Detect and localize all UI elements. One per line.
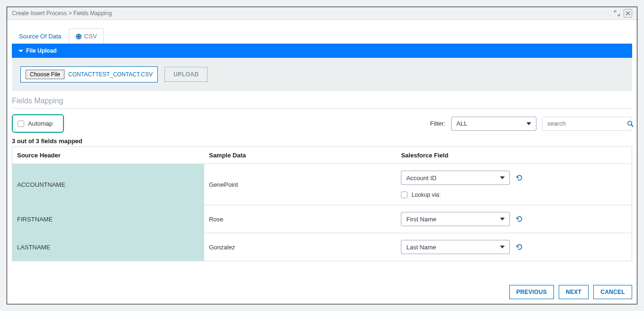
file-upload-box: Choose File CONTACTTEST_CONTACT.CSV UPLO… xyxy=(12,58,632,91)
table-row: ACCOUNTNAME GenePoint Account ID xyxy=(12,164,632,205)
svg-point-0 xyxy=(628,121,632,125)
lookup-via-row: Lookup via: xyxy=(401,192,627,198)
salesforce-field-cell: First Name xyxy=(396,205,632,233)
search-input[interactable] xyxy=(547,120,627,127)
section-heading: Fields Mapping xyxy=(12,91,632,109)
footer-actions: PREVIOUS NEXT CANCEL xyxy=(12,278,632,299)
radio-selected-icon xyxy=(76,34,82,39)
close-icon[interactable] xyxy=(624,9,632,18)
cancel-button[interactable]: CANCEL xyxy=(593,285,632,299)
content: Source Of Data CSV File Upload Choose Fi… xyxy=(7,20,637,304)
salesforce-field-cell: Account ID Lookup via: xyxy=(396,164,632,205)
filter-select[interactable]: ALL xyxy=(451,117,536,131)
filter-label: Filter: xyxy=(430,120,446,127)
chosen-file-name: CONTACTTEST_CONTACT.CSV xyxy=(68,71,153,78)
accordion-title: File Upload xyxy=(26,47,57,54)
sample-data-cell: Rose xyxy=(204,205,396,233)
refresh-icon[interactable] xyxy=(516,174,523,182)
source-header-cell: FIRSTNAME xyxy=(12,205,204,233)
automap-checkbox[interactable] xyxy=(18,120,24,127)
breadcrumb: Create Insert Process > Fields Mapping xyxy=(12,10,112,17)
refresh-icon[interactable] xyxy=(516,243,523,251)
tab-source-of-data[interactable]: Source Of Data xyxy=(12,28,69,44)
sf-select-value: First Name xyxy=(406,216,436,223)
search-input-wrap xyxy=(542,117,632,131)
sample-data-cell: Gonzalez xyxy=(204,233,396,261)
next-button[interactable]: NEXT xyxy=(559,285,589,299)
source-header-cell: ACCOUNTNAME xyxy=(12,164,204,205)
tabs: Source Of Data CSV xyxy=(12,28,632,44)
table-row: LASTNAME Gonzalez Last Name xyxy=(12,233,632,261)
salesforce-field-select[interactable]: Last Name xyxy=(401,240,510,254)
filter-value: ALL xyxy=(456,120,467,127)
sf-select-value: Account ID xyxy=(406,174,436,182)
search-icon[interactable] xyxy=(627,120,634,127)
col-salesforce-field: Salesforce Field xyxy=(396,147,632,164)
chevron-down-icon xyxy=(500,176,505,179)
refresh-icon[interactable] xyxy=(516,215,523,223)
sample-data-cell: GenePoint xyxy=(204,164,396,205)
tab-csv[interactable]: CSV xyxy=(69,28,104,44)
tab-csv-label: CSV xyxy=(84,33,97,40)
expand-icon[interactable] xyxy=(613,9,621,17)
automap-label: Automap xyxy=(28,120,53,127)
sf-select-value: Last Name xyxy=(406,244,436,251)
file-input[interactable]: Choose File CONTACTTEST_CONTACT.CSV xyxy=(20,66,158,82)
automap-control[interactable]: Automap xyxy=(12,114,64,133)
chevron-down-icon xyxy=(500,218,505,220)
panel-header-actions xyxy=(613,9,632,18)
lookup-label: Lookup via: xyxy=(411,192,440,198)
salesforce-field-select[interactable]: Account ID xyxy=(401,171,510,185)
filter-group: Filter: ALL xyxy=(430,117,633,131)
salesforce-field-select[interactable]: First Name xyxy=(401,212,510,226)
table-header-row: Source Header Sample Data Salesforce Fie… xyxy=(12,147,632,164)
mapping-count: 3 out of 3 fields mapped xyxy=(12,137,632,145)
choose-file-button[interactable]: Choose File xyxy=(26,70,64,79)
upload-button[interactable]: UPLOAD xyxy=(164,67,208,82)
table-row: FIRSTNAME Rose First Name xyxy=(12,205,632,233)
mapping-table: Source Header Sample Data Salesforce Fie… xyxy=(12,146,632,261)
panel: Create Insert Process > Fields Mapping S… xyxy=(7,7,637,304)
previous-button[interactable]: PREVIOUS xyxy=(509,285,554,299)
salesforce-field-cell: Last Name xyxy=(396,233,632,261)
col-sample-data: Sample Data xyxy=(204,147,396,164)
caret-down-icon xyxy=(18,50,23,52)
chevron-down-icon xyxy=(500,246,505,248)
file-upload-accordion[interactable]: File Upload xyxy=(12,44,632,58)
panel-header: Create Insert Process > Fields Mapping xyxy=(7,7,637,20)
mapping-toolbar: Automap Filter: ALL xyxy=(12,109,632,137)
lookup-checkbox[interactable] xyxy=(401,192,408,198)
source-header-cell: LASTNAME xyxy=(12,233,204,261)
chevron-down-icon xyxy=(526,122,531,125)
col-source-header: Source Header xyxy=(12,147,204,164)
